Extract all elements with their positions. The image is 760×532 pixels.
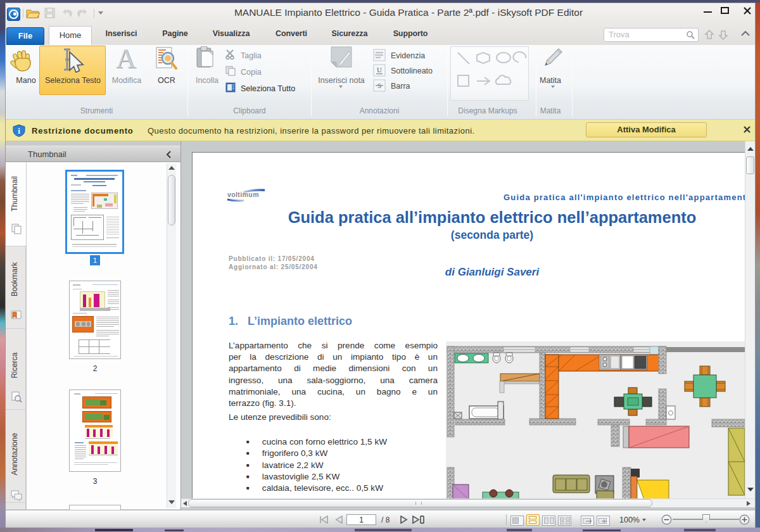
- svg-text:voltimum: voltimum: [227, 191, 259, 198]
- svg-text:U: U: [377, 66, 382, 73]
- svg-text:i: i: [18, 126, 20, 136]
